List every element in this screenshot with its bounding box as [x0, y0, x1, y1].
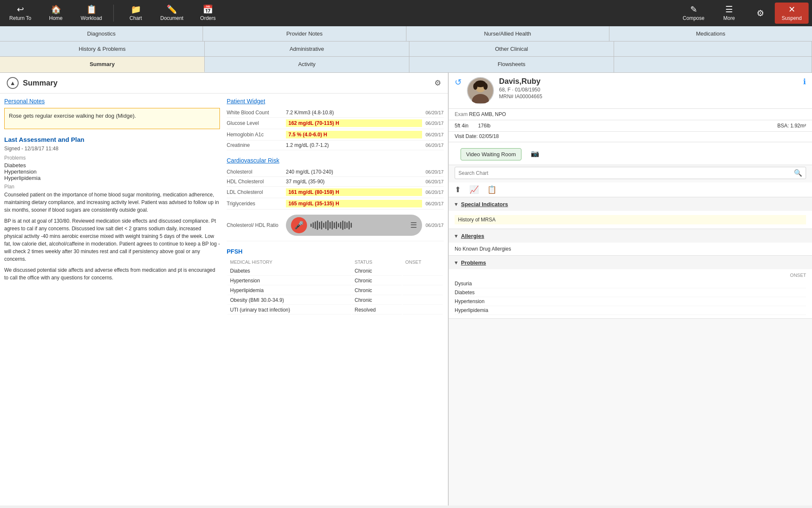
chart-button[interactable]: 📁 Chart: [119, 3, 153, 24]
plan-text-3: We discussed potential side affects and …: [4, 266, 220, 282]
cardiovascular-risk-link[interactable]: Cardiovascular Risk: [227, 157, 444, 164]
personal-notes-text: Rose gets regular exercise walking her d…: [9, 113, 136, 119]
problem-item-hypertension: Hypertension: [455, 297, 806, 306]
lab-date-a1c: 06/20/17: [425, 132, 444, 137]
video-waiting-room-button[interactable]: Video Waiting Room: [461, 148, 521, 160]
gear-icon: ⚙: [757, 9, 764, 17]
problems-sublabel: Problems: [4, 155, 220, 161]
tab-medications[interactable]: Medications: [609, 26, 812, 41]
tab-other-clinical[interactable]: Other Clinical: [409, 41, 614, 56]
nav-divider-1: [113, 5, 114, 22]
allergies-content: No Known Drug Allergies: [449, 243, 812, 255]
tab-activity[interactable]: Activity: [205, 57, 409, 72]
tab-nurse-allied[interactable]: Nurse/Allied Health: [406, 26, 609, 41]
home-button[interactable]: 🏠 Home: [39, 3, 73, 24]
tab-flowsheets[interactable]: Flowsheets: [409, 57, 614, 72]
orders-icon: 📅: [203, 5, 213, 14]
return-to-button[interactable]: ↩ Return To: [3, 3, 37, 24]
suspend-button[interactable]: ✕ Suspend: [775, 3, 809, 24]
video-waiting-row: Video Waiting Room 📷: [449, 142, 812, 165]
tab-summary[interactable]: Summary: [0, 57, 205, 72]
orders-button[interactable]: 📅 Orders: [191, 3, 225, 24]
patient-photo: [467, 77, 494, 104]
problem-hypertension: Hypertension: [4, 168, 220, 175]
tab-row-3: Summary Activity Flowsheets: [0, 57, 812, 73]
pfsh-onset-0: [403, 267, 443, 276]
summary-title: Summary: [23, 79, 430, 88]
pfsh-col-status: STATUS: [352, 258, 402, 266]
problem-hyperlipidemia: Hyperlipidemia: [4, 175, 220, 181]
problems-label: Problems: [461, 260, 486, 266]
compose-button[interactable]: ✎ Compose: [677, 3, 710, 24]
settings-button[interactable]: ⚙: [748, 6, 773, 20]
lab-value-glucose: 162 mg/dL (70-115) H: [286, 119, 422, 127]
right-content: Patient Widget White Blood Count 7.2 K/m…: [227, 98, 444, 315]
mrsa-indicator: History of MRSA: [455, 215, 806, 224]
pfsh-condition-4: UTI (urinary tract infection): [228, 306, 351, 315]
lab-name-triglycerides: Triglycerides: [227, 201, 286, 207]
personal-notes-link[interactable]: Personal Notes: [4, 98, 220, 105]
visit-date: Visit Date: 02/05/18: [455, 133, 499, 139]
patient-gender: F: [508, 87, 510, 93]
pfsh-condition-1: Hypertension: [228, 276, 351, 285]
signed-label: Signed - 12/18/17 11:48: [4, 146, 220, 152]
document-button[interactable]: ✏️ Document: [154, 3, 189, 24]
tab-row-2: History & Problems Administrative Other …: [0, 41, 812, 57]
main-container: ▲ Summary ⚙ Personal Notes Rose gets reg…: [0, 73, 812, 505]
refresh-icon[interactable]: ↺: [455, 77, 462, 87]
microphone-button[interactable]: 🎤: [291, 217, 307, 233]
lab-value-cholesterol: 240 mg/dL (170-240): [286, 169, 422, 175]
workload-button[interactable]: 📋 Workload: [74, 3, 108, 24]
patient-name: Davis,Ruby: [499, 77, 798, 86]
left-panel: ▲ Summary ⚙ Personal Notes Rose gets reg…: [0, 73, 448, 505]
allergies-header[interactable]: ▾ Allergies: [449, 229, 812, 243]
chart-line-icon[interactable]: 📈: [469, 185, 479, 194]
up-arrow-icon[interactable]: ▲: [7, 77, 19, 89]
summary-header: ▲ Summary ⚙: [0, 73, 448, 94]
more-button[interactable]: ☰ More: [712, 3, 746, 24]
problems-header[interactable]: ▾ Problems: [449, 256, 812, 269]
search-icon[interactable]: 🔍: [794, 169, 802, 177]
lab-name-glucose: Glucose Level: [227, 120, 286, 126]
patient-dob: 01/08/1950: [515, 87, 540, 93]
problems-list: Diabetes Hypertension Hyperlipidemia: [4, 162, 220, 181]
pfsh-title[interactable]: PFSH: [227, 248, 444, 255]
pfsh-onset-1: [403, 276, 443, 285]
special-indicators-header[interactable]: ▾ Special Indicators: [449, 197, 812, 211]
summary-gear-icon[interactable]: ⚙: [434, 78, 441, 88]
info-icon[interactable]: ℹ: [803, 77, 806, 86]
plan-sublabel: Plan: [4, 184, 220, 190]
lab-date-hdl: 06/20/17: [425, 179, 444, 184]
pfsh-section: PFSH MEDICAL HISTORY STATUS ONSET Diabet…: [227, 248, 444, 315]
home-icon: 🏠: [51, 5, 61, 14]
upload-icon[interactable]: ⬆: [455, 185, 461, 194]
patient-bsa: BSA: 1.92m²: [777, 123, 806, 129]
content-area: Personal Notes Rose gets regular exercis…: [0, 94, 448, 320]
more-icon: ☰: [725, 5, 733, 14]
action-icons-row: ⬆ 📈 📋: [449, 182, 812, 197]
svg-point-6: [483, 83, 488, 90]
camera-icon[interactable]: 📷: [531, 149, 539, 157]
patient-mrn: MRN# IA00004665: [499, 94, 798, 99]
patient-widget-link[interactable]: Patient Widget: [227, 98, 444, 105]
lab-row-ldl: LDL Cholesterol 161 mg/dL (80-159) H 06/…: [227, 187, 444, 198]
document-icon: ✏️: [167, 5, 177, 14]
pfsh-status-3: Chronic: [352, 296, 402, 305]
lab-row-a1c: Hemoglobin A1c 7.5 % (4.0-6.0) H 06/20/1…: [227, 129, 444, 141]
problem-item-diabetes: Diabetes: [455, 288, 806, 297]
cardiovascular-risk-section: Cardiovascular Risk Cholesterol 240 mg/d…: [227, 157, 444, 241]
patient-height: 5ft 4in: [455, 123, 469, 129]
clipboard-icon[interactable]: 📋: [487, 185, 497, 194]
tab-provider-notes[interactable]: Provider Notes: [203, 26, 406, 41]
tab-history-problems[interactable]: History & Problems: [0, 41, 205, 56]
audio-menu-icon[interactable]: ☰: [410, 221, 417, 230]
search-chart-input[interactable]: [458, 170, 794, 176]
special-indicators-label: Special Indicators: [461, 201, 508, 207]
tab-administrative[interactable]: Administrative: [205, 41, 409, 56]
workload-icon: 📋: [86, 5, 97, 14]
lab-date-glucose: 06/20/17: [425, 121, 444, 126]
pfsh-onset-2: [403, 286, 443, 295]
lab-row-hdl: HDL Cholesterol 37 mg/dL (35-90) 06/20/1…: [227, 177, 444, 187]
tab-diagnostics[interactable]: Diagnostics: [0, 26, 203, 41]
lab-name-ldl: LDL Cholesterol: [227, 189, 286, 195]
